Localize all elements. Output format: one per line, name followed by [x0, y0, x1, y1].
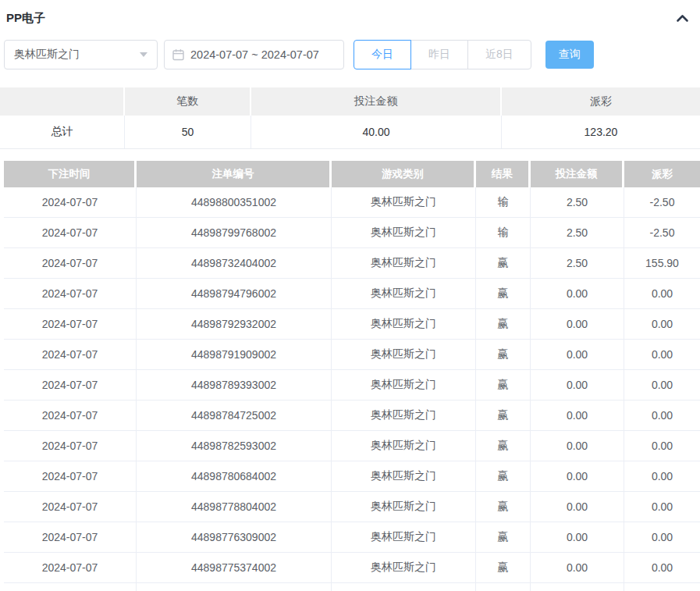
cell-bet-time: 2024-07-07 — [4, 187, 137, 217]
cell-game-category: 奥林匹斯之门 — [332, 279, 476, 308]
quick-range-button-group: 今日 昨日 近8日 — [354, 40, 531, 69]
cell-payout: 0.00 — [624, 431, 700, 461]
cell-game-category: 奥林匹斯之门 — [332, 522, 476, 552]
cell-game-category: 奥林匹斯之门 — [332, 461, 476, 491]
cell-game-category: 奥林匹斯之门 — [332, 492, 476, 522]
cell-bet-amount: 0.00 — [531, 553, 624, 582]
cell-bet-id: 44898789393002 — [137, 370, 332, 400]
cell-bet-time: 2024-07-07 — [4, 248, 137, 278]
cell-result: 赢 — [476, 340, 531, 369]
chevron-down-icon — [140, 52, 147, 57]
col-bet-amount: 投注金额 — [531, 161, 624, 187]
cell-bet-amount: 2.50 — [531, 187, 624, 217]
query-button[interactable]: 查询 — [545, 41, 594, 69]
cell-bet-amount: 2.50 — [531, 218, 624, 247]
cell-bet-time: 2024-07-07 — [4, 492, 137, 522]
cell-game-category: 奥林匹斯之门 — [332, 187, 476, 217]
table-row: 2024-07-07 44898799768002 奥林匹斯之门 输 2.50 … — [4, 218, 700, 248]
cell-bet-amount: 0.00 — [531, 401, 624, 430]
cell-bet-id: 44898780684002 — [137, 461, 332, 491]
cell-bet-id: 44898772878002 — [137, 583, 332, 591]
cell-bet-amount: 2.50 — [531, 248, 624, 278]
summary-total-count: 50 — [125, 116, 251, 148]
col-bet-time: 下注时间 — [4, 161, 137, 187]
game-select-value: 奥林匹斯之门 — [14, 48, 80, 62]
cell-bet-id: 44898778804002 — [137, 492, 332, 522]
cell-result: 赢 — [476, 248, 531, 278]
cell-bet-amount: 0.00 — [531, 340, 624, 369]
table-row: 2024-07-07 44898776309002 奥林匹斯之门 赢 0.00 … — [4, 522, 700, 553]
summary-total-label: 总计 — [0, 116, 125, 148]
yesterday-button[interactable]: 昨日 — [410, 40, 468, 69]
cell-bet-time: 2024-07-07 — [4, 522, 137, 552]
cell-bet-time: 2024-07-07 — [4, 401, 137, 430]
cell-game-category: 奥林匹斯之门 — [332, 218, 476, 247]
cell-bet-time: 2024-07-07 — [4, 309, 137, 339]
filter-controls: 奥林匹斯之门 2024-07-07 ~ 2024-07-07 今日 昨日 近8日… — [4, 39, 700, 70]
cell-bet-id: 44898784725002 — [137, 401, 332, 430]
table-row: 2024-07-07 44898772878002 奥林匹斯之门 赢 0.00 … — [4, 583, 700, 591]
cell-payout: 0.00 — [624, 522, 700, 552]
cell-payout: 0.00 — [624, 461, 700, 491]
cell-result: 赢 — [476, 309, 531, 339]
cell-payout: 0.00 — [624, 492, 700, 522]
cell-payout: 0.00 — [624, 279, 700, 308]
cell-game-category: 奥林匹斯之门 — [332, 431, 476, 461]
col-result: 结果 — [476, 161, 531, 187]
cell-bet-id: 44898800351002 — [137, 187, 332, 217]
cell-result: 赢 — [476, 522, 531, 552]
col-game-category: 游戏类别 — [332, 161, 476, 187]
panel-header: PP电子 — [0, 0, 700, 27]
summary-total-bet-amount: 40.00 — [251, 116, 502, 148]
today-button[interactable]: 今日 — [354, 40, 411, 69]
cell-result: 赢 — [476, 461, 531, 491]
cell-bet-id: 44898791909002 — [137, 340, 332, 369]
table-row: 2024-07-07 44898784725002 奥林匹斯之门 赢 0.00 … — [4, 401, 700, 431]
game-select[interactable]: 奥林匹斯之门 — [4, 40, 158, 69]
cell-result: 赢 — [476, 553, 531, 582]
cell-bet-time: 2024-07-07 — [4, 340, 137, 369]
cell-game-category: 奥林匹斯之门 — [332, 370, 476, 400]
bet-records-body: 2024-07-07 44898800351002 奥林匹斯之门 输 2.50 … — [4, 187, 700, 591]
bet-records-header-row: 下注时间 注单编号 游戏类别 结果 投注金额 派彩 — [4, 161, 700, 187]
cell-bet-id: 44898794796002 — [137, 279, 332, 308]
summary-header-count: 笔数 — [125, 87, 251, 116]
cell-bet-amount: 0.00 — [531, 370, 624, 400]
cell-bet-time: 2024-07-07 — [4, 583, 137, 591]
summary-header-payout: 派彩 — [502, 87, 700, 116]
cell-bet-time: 2024-07-07 — [4, 553, 137, 582]
cell-bet-amount: 0.00 — [531, 461, 624, 491]
cell-game-category: 奥林匹斯之门 — [332, 401, 476, 430]
table-row: 2024-07-07 44898732404002 奥林匹斯之门 赢 2.50 … — [4, 248, 700, 279]
summary-total-payout: 123.20 — [502, 116, 700, 148]
cell-payout: 0.00 — [624, 309, 700, 339]
cell-bet-time: 2024-07-07 — [4, 461, 137, 491]
cell-bet-amount: 0.00 — [531, 583, 624, 591]
cell-game-category: 奥林匹斯之门 — [332, 248, 476, 278]
cell-payout: 0.00 — [624, 583, 700, 591]
collapse-chevron-up-icon[interactable] — [676, 14, 689, 23]
table-row: 2024-07-07 44898792932002 奥林匹斯之门 赢 0.00 … — [4, 309, 700, 340]
cell-bet-amount: 0.00 — [531, 279, 624, 308]
cell-result: 赢 — [476, 492, 531, 522]
cell-game-category: 奥林匹斯之门 — [332, 583, 476, 591]
cell-payout: 0.00 — [624, 401, 700, 430]
cell-result: 输 — [476, 218, 531, 247]
summary-total-row: 总计 50 40.00 123.20 — [0, 116, 700, 149]
summary-table: 笔数 投注金额 派彩 总计 50 40.00 123.20 — [0, 87, 700, 149]
table-row: 2024-07-07 44898782593002 奥林匹斯之门 赢 0.00 … — [4, 431, 700, 461]
date-range-value: 2024-07-07 ~ 2024-07-07 — [190, 48, 319, 61]
cell-bet-amount: 0.00 — [531, 492, 624, 522]
cell-bet-id: 44898776309002 — [137, 522, 332, 552]
cell-bet-time: 2024-07-07 — [4, 218, 137, 247]
last8days-button[interactable]: 近8日 — [467, 40, 531, 69]
date-range-input[interactable]: 2024-07-07 ~ 2024-07-07 — [164, 40, 344, 69]
page-title: PP电子 — [6, 11, 45, 26]
cell-payout: 0.00 — [624, 340, 700, 369]
cell-bet-id: 44898732404002 — [137, 248, 332, 278]
col-bet-id: 注单编号 — [137, 161, 332, 187]
cell-bet-id: 44898775374002 — [137, 553, 332, 582]
col-payout: 派彩 — [624, 161, 700, 187]
table-row: 2024-07-07 44898791909002 奥林匹斯之门 赢 0.00 … — [4, 340, 700, 370]
cell-bet-time: 2024-07-07 — [4, 431, 137, 461]
